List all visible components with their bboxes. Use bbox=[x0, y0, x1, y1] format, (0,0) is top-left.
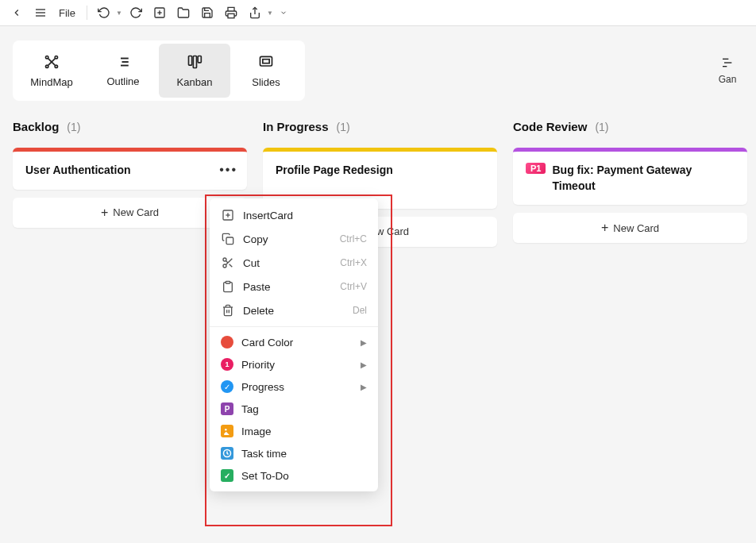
plus-icon: + bbox=[601, 221, 608, 235]
insert-card-icon bbox=[221, 208, 235, 222]
new-button[interactable] bbox=[149, 2, 170, 23]
chevron-right-icon: ▶ bbox=[361, 360, 367, 369]
menu-card-color[interactable]: Card Color ▶ bbox=[210, 331, 378, 353]
menu-task-time[interactable]: Task time bbox=[210, 442, 378, 464]
menu-cut[interactable]: Cut Ctrl+X bbox=[210, 251, 378, 275]
card-title: Bug fix: Payment Gateway Timeout bbox=[552, 163, 735, 194]
kanban-icon bbox=[185, 54, 204, 70]
tab-outline[interactable]: Outline bbox=[87, 44, 159, 98]
mindmap-label: MindMap bbox=[30, 76, 72, 88]
more-toolbar-button[interactable] bbox=[276, 2, 291, 23]
column-header: In Progress (1) bbox=[263, 120, 497, 133]
view-tabs-group: MindMap Outline Kanban Slides bbox=[13, 40, 305, 101]
svg-line-36 bbox=[226, 260, 228, 263]
menu-set-todo[interactable]: ✓ Set To-Do bbox=[210, 464, 378, 487]
tab-slides[interactable]: Slides bbox=[230, 44, 302, 98]
column-code-review: Code Review (1) P1 Bug fix: Payment Gate… bbox=[513, 120, 747, 247]
gantt-label: Gan bbox=[719, 74, 737, 85]
tab-kanban[interactable]: Kanban bbox=[159, 44, 230, 98]
menu-shortcut: Del bbox=[353, 305, 367, 316]
menu-label: Set To-Do bbox=[241, 470, 289, 482]
tab-gantt[interactable]: Gan bbox=[712, 40, 743, 101]
priority-badge: P1 bbox=[526, 163, 546, 174]
svg-point-40 bbox=[225, 429, 227, 431]
save-button[interactable] bbox=[197, 2, 218, 23]
view-tabs: MindMap Outline Kanban Slides Gan bbox=[0, 26, 756, 101]
menu-label: Paste bbox=[243, 281, 271, 293]
svg-rect-23 bbox=[260, 56, 272, 66]
print-button[interactable] bbox=[221, 2, 241, 23]
column-header: Backlog (1) bbox=[13, 120, 247, 133]
menu-insert-card[interactable]: InsertCard bbox=[210, 203, 378, 227]
kanban-label: Kanban bbox=[177, 76, 213, 88]
menu-label: Progress bbox=[241, 381, 284, 393]
column-count: (1) bbox=[67, 121, 80, 133]
tab-mindmap[interactable]: MindMap bbox=[16, 44, 87, 98]
menu-icon[interactable] bbox=[30, 2, 51, 23]
copy-icon bbox=[221, 232, 235, 246]
slides-icon bbox=[257, 54, 275, 70]
undo-caret[interactable]: ▼ bbox=[116, 10, 122, 17]
card-title: Profile Page Redesign bbox=[276, 163, 393, 179]
progress-icon: ✓ bbox=[221, 380, 233, 393]
share-button[interactable] bbox=[245, 2, 265, 23]
priority-icon: 1 bbox=[221, 358, 233, 371]
clock-icon bbox=[221, 447, 233, 460]
mindmap-icon bbox=[42, 54, 61, 70]
svg-rect-24 bbox=[263, 59, 269, 63]
menu-shortcut: Ctrl+X bbox=[340, 257, 367, 268]
svg-rect-20 bbox=[189, 56, 192, 65]
column-count: (1) bbox=[595, 121, 608, 133]
menu-label: Cut bbox=[243, 257, 260, 269]
image-icon bbox=[221, 425, 233, 437]
menu-tag[interactable]: P Tag bbox=[210, 398, 378, 420]
svg-point-10 bbox=[46, 65, 48, 67]
svg-point-9 bbox=[55, 56, 57, 58]
column-title: Code Review bbox=[513, 120, 587, 133]
svg-point-32 bbox=[223, 258, 226, 261]
card-title: User Authentication bbox=[25, 163, 131, 179]
menu-label: Copy bbox=[243, 233, 268, 245]
new-card-button[interactable]: + New Card bbox=[513, 213, 747, 243]
menu-delete[interactable]: Delete Del bbox=[210, 298, 378, 322]
plus-icon: + bbox=[101, 206, 108, 220]
file-menu[interactable]: File bbox=[54, 7, 80, 19]
divider bbox=[87, 6, 87, 20]
paste-icon bbox=[221, 279, 235, 294]
new-card-label: New Card bbox=[113, 206, 159, 218]
menu-paste[interactable]: Paste Ctrl+V bbox=[210, 275, 378, 298]
menu-label: InsertCard bbox=[243, 210, 293, 221]
column-header: Code Review (1) bbox=[513, 120, 747, 133]
slides-label: Slides bbox=[252, 76, 280, 88]
menu-label: Priority bbox=[241, 359, 275, 371]
outline-icon bbox=[114, 55, 132, 69]
card[interactable]: User Authentication ••• bbox=[13, 148, 247, 190]
redo-button[interactable] bbox=[125, 2, 146, 23]
open-button[interactable] bbox=[173, 2, 194, 23]
chevron-right-icon: ▶ bbox=[361, 338, 367, 347]
kanban-board: Backlog (1) User Authentication ••• + Ne… bbox=[0, 101, 756, 266]
menu-label: Card Color bbox=[241, 337, 293, 349]
card-more-icon[interactable]: ••• bbox=[219, 163, 237, 177]
back-button[interactable] bbox=[6, 2, 27, 23]
svg-point-11 bbox=[55, 65, 57, 67]
menu-copy[interactable]: Copy Ctrl+C bbox=[210, 227, 378, 251]
svg-rect-22 bbox=[198, 56, 201, 62]
svg-rect-37 bbox=[226, 281, 230, 283]
tag-icon: P bbox=[221, 402, 233, 415]
menu-image[interactable]: Image bbox=[210, 420, 378, 442]
menu-label: Tag bbox=[241, 403, 259, 415]
chevron-right-icon: ▶ bbox=[361, 383, 367, 391]
card[interactable]: P1 Bug fix: Payment Gateway Timeout bbox=[513, 148, 747, 205]
todo-icon: ✓ bbox=[221, 469, 233, 482]
column-title: Backlog bbox=[13, 120, 59, 133]
svg-rect-31 bbox=[226, 237, 233, 245]
undo-button[interactable] bbox=[94, 2, 114, 23]
main-toolbar: File ▼ ▼ bbox=[0, 0, 756, 26]
menu-label: Task time bbox=[241, 448, 287, 460]
svg-line-35 bbox=[230, 264, 233, 268]
menu-progress[interactable]: ✓ Progress ▶ bbox=[210, 375, 378, 398]
share-caret[interactable]: ▼ bbox=[267, 10, 273, 17]
menu-priority[interactable]: 1 Priority ▶ bbox=[210, 353, 378, 375]
svg-point-8 bbox=[46, 56, 48, 58]
